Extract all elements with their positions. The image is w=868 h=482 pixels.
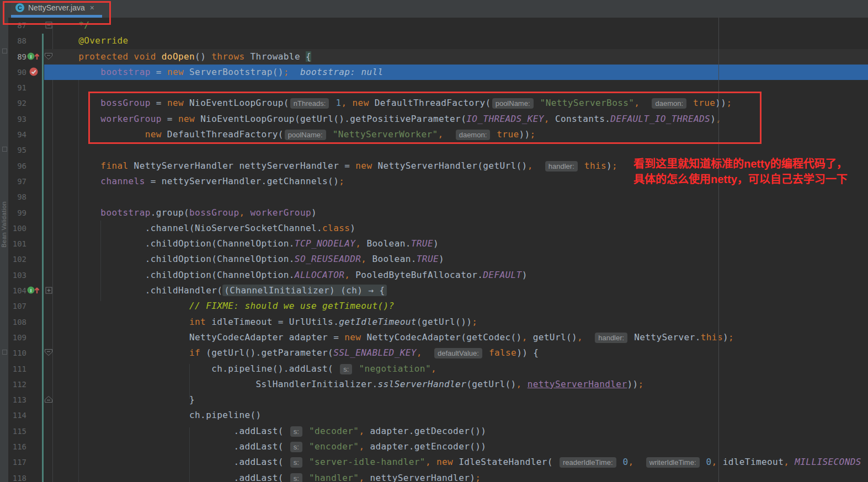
line-number[interactable]: 89 [8,49,26,65]
token: , [712,457,717,467]
line-number[interactable]: 108 [8,314,26,330]
line-number[interactable]: 118 [8,470,26,482]
fold-start-icon [44,349,53,356]
line-number[interactable]: 112 [8,377,26,392]
parameter-hint: s: [340,364,352,374]
token: , [577,332,583,342]
token: .childOption(ChannelOption. [145,254,295,264]
code-text: final NettyServerHandler nettyServerHand… [56,160,617,171]
token: workerGroup [251,207,311,218]
token: ) [522,270,528,280]
code-line-88[interactable]: 88 @Override [8,33,868,49]
code-line-118[interactable]: 118 .addLast( s: "handler", nettyServerH… [8,470,868,482]
token: IdleStateHandler( [453,457,558,467]
line-number[interactable]: 107 [8,298,26,314]
override-marker-icon[interactable]: I [26,49,41,65]
code-text: SslHandlerInitializer.sslServerHandler(g… [56,379,644,389]
line-number[interactable]: 114 [8,408,26,423]
token [303,426,309,436]
token: ch.pipeline().addLast( [211,363,339,374]
editor-tab-bar: C NettyServer.java × [8,0,868,18]
folded-code-chip[interactable]: (ChannelInitializer) (ch) → { [222,285,386,296]
tool-window-tab-bean-validation[interactable]: Bean Validation [1,201,7,248]
code-text: // FIXME: should we use getTimeout()? [56,301,395,311]
token: .channel(NioServerSocketChannel. [145,223,322,233]
tool-window-stripe[interactable]: Bean Validation [0,0,8,482]
code-text: @Override [56,35,129,46]
line-number[interactable]: 116 [8,439,26,454]
code-text: .childOption(ChannelOption.TCP_NODELAY, … [56,238,439,249]
line-number[interactable]: 97 [8,174,26,189]
code-line-89[interactable]: 89I protected void doOpen() throws Throw… [8,49,868,65]
override-marker-icon[interactable]: I [26,283,41,298]
line-number[interactable]: 99 [8,205,26,221]
token: @Override [78,35,128,46]
code-line-116[interactable]: 116 .addLast( s: "encoder", adapter.getE… [8,439,868,454]
breakpoint-icon[interactable] [26,65,41,80]
code-line-108[interactable]: 108 int idleTimeout = UrlUtils.getIdleTi… [8,314,868,330]
code-text: bootstrap.group(bossGroup, workerGroup) [56,207,317,218]
line-number[interactable]: 90 [8,65,26,80]
token: getIdleTimeout [339,317,417,327]
tool-window-stub-icon[interactable] [2,49,7,53]
code-line-110[interactable]: 110 if (getUrl().getParameter(SSL_ENABLE… [8,345,868,361]
tool-window-stub-icon[interactable] [2,350,7,355]
token: .childOption(ChannelOption. [145,238,295,249]
code-line-113[interactable]: 113 } [8,392,868,408]
line-number[interactable]: 95 [8,142,26,158]
token: , [344,270,350,280]
code-line-109[interactable]: 109 NettyCodecAdapter adapter = new Nett… [8,330,868,345]
tool-window-stub-icon[interactable] [2,147,7,152]
line-number[interactable]: 110 [8,345,26,361]
line-number[interactable]: 109 [8,330,26,345]
token [431,457,436,467]
code-line-107[interactable]: 107 // FIXME: should we use getTimeout()… [8,298,868,314]
code-line-102[interactable]: 102 .childOption(ChannelOption.SO_REUSEA… [8,251,868,267]
token: DEFAULT [483,270,521,280]
code-line-114[interactable]: 114 ch.pipeline() [8,408,868,423]
line-number[interactable]: 101 [8,236,26,251]
code-text: int idleTimeout = UrlUtils.getIdleTimeou… [56,317,477,327]
parameter-hint: handler: [595,333,627,343]
line-number[interactable]: 98 [8,189,26,205]
code-line-115[interactable]: 115 .addLast( s: "decoder", adapter.getD… [8,424,868,439]
code-line-117[interactable]: 117 .addLast( s: "server-idle-handler", … [8,454,868,470]
line-number[interactable]: 102 [8,251,26,267]
line-number[interactable]: 96 [8,158,26,174]
line-number[interactable]: 103 [8,267,26,283]
code-line-99[interactable]: 99 bootstrap.group(bossGroup, workerGrou… [8,205,868,221]
code-line-104[interactable]: 104I .childHandler((ChannelInitializer) … [8,283,868,298]
line-number[interactable]: 117 [8,454,26,470]
token: .childHandler( [145,285,223,296]
line-number[interactable]: 91 [8,80,26,95]
line-number[interactable]: 94 [8,127,26,142]
code-line-103[interactable]: 103 .childOption(ChannelOption.ALLOCATOR… [8,267,868,283]
line-number[interactable]: 104 [8,283,26,298]
token: ; [475,473,481,482]
code-line-111[interactable]: 111 ch.pipeline().addLast( s: "negotiati… [8,361,868,377]
parameter-hint: s: [290,426,302,437]
token: this [701,332,723,342]
code-line-112[interactable]: 112 SslHandlerInitializer.sslServerHandl… [8,377,868,392]
token: // FIXME: should we use getTimeout()? [189,301,395,311]
line-number[interactable]: 113 [8,392,26,408]
line-number[interactable]: 100 [8,221,26,236]
line-number[interactable]: 111 [8,361,26,377]
code-editor[interactable]: 87 */88 @Override89I protected void doOp… [8,18,868,482]
token: ; [728,332,734,342]
line-number[interactable]: 92 [8,95,26,111]
token: .addLast( [233,441,289,452]
token: TRUE [411,238,433,249]
line-number[interactable]: 88 [8,33,26,49]
token: )) [627,379,638,389]
code-line-90[interactable]: 90 bootstrap = new ServerBootstrap(); bo… [8,65,868,80]
line-number[interactable]: 93 [8,111,26,127]
code-line-87[interactable]: 87 */ [8,18,868,33]
code-line-100[interactable]: 100 .channel(NioServerSocketChannel.clas… [8,221,868,236]
token: , [528,160,533,171]
line-number[interactable]: 115 [8,424,26,439]
token: (getUrl().getParameter( [200,347,333,358]
parameter-hint: s: [290,473,302,482]
code-line-101[interactable]: 101 .childOption(ChannelOption.TCP_NODEL… [8,236,868,251]
code-line-98[interactable]: 98 [8,189,868,205]
